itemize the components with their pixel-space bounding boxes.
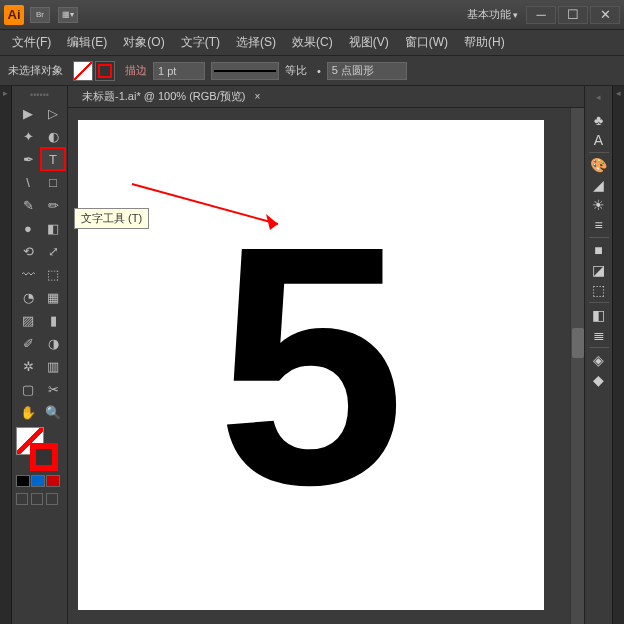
tool-lasso[interactable]: ◐: [41, 125, 65, 147]
tool-perspective[interactable]: ▦: [41, 286, 65, 308]
tool-slice[interactable]: ✂: [41, 378, 65, 400]
panel-icon-12[interactable]: ◆: [589, 370, 609, 390]
tool-width[interactable]: 〰: [16, 263, 40, 285]
tool-gradient[interactable]: ▮: [41, 309, 65, 331]
tool-magic-wand[interactable]: ✦: [16, 125, 40, 147]
tool-selection[interactable]: ▶: [16, 102, 40, 124]
menu-select[interactable]: 选择(S): [230, 32, 282, 53]
artboard[interactable]: 5 文字工具 (T): [78, 120, 544, 610]
menu-effect[interactable]: 效果(C): [286, 32, 339, 53]
right-dock-strip[interactable]: ◂: [612, 86, 624, 624]
bridge-button[interactable]: Br: [30, 7, 50, 23]
tool-mesh[interactable]: ▨: [16, 309, 40, 331]
control-bar: 未选择对象 描边 等比 •: [0, 56, 624, 86]
maximize-button[interactable]: ☐: [558, 6, 588, 24]
stroke-style-dropdown[interactable]: [211, 62, 279, 80]
tool-pencil[interactable]: ✏: [41, 194, 65, 216]
color-mode-none[interactable]: [46, 475, 60, 487]
tool-free-transform[interactable]: ⬚: [41, 263, 65, 285]
menubar: 文件(F) 编辑(E) 对象(O) 文字(T) 选择(S) 效果(C) 视图(V…: [0, 30, 624, 56]
panel-icon-3[interactable]: ◢: [589, 175, 609, 195]
fill-stroke-control[interactable]: [16, 427, 64, 471]
selection-status: 未选择对象: [8, 63, 63, 78]
panel-icon-9[interactable]: ◧: [589, 305, 609, 325]
screen-modes: [16, 493, 63, 505]
color-mode-gradient[interactable]: [31, 475, 45, 487]
document-tab-close[interactable]: ×: [254, 91, 260, 102]
tool-line[interactable]: \: [16, 171, 40, 193]
document-tab[interactable]: 未标题-1.ai* @ 100% (RGB/预览) ×: [76, 87, 266, 106]
panel-icon-4[interactable]: ☀: [589, 195, 609, 215]
tool-blob[interactable]: ●: [16, 217, 40, 239]
tool-tooltip: 文字工具 (T): [74, 208, 149, 229]
right-panel-dock: ◂ ♣A🎨◢☀≡■◪⬚◧≣◈◆: [584, 86, 612, 624]
draw-inside[interactable]: [46, 493, 58, 505]
tool-pen[interactable]: ✒: [16, 148, 40, 170]
stroke-weight-input[interactable]: [153, 62, 205, 80]
tool-direct-selection[interactable]: ▷: [41, 102, 65, 124]
uniform-label[interactable]: 等比: [285, 63, 307, 78]
tool-rotate[interactable]: ⟲: [16, 240, 40, 262]
menu-object[interactable]: 对象(O): [117, 32, 170, 53]
panel-icon-6[interactable]: ■: [589, 240, 609, 260]
stroke-label: 描边: [125, 63, 147, 78]
tool-shape-builder[interactable]: ◔: [16, 286, 40, 308]
stroke-swatch[interactable]: [95, 61, 115, 81]
app-logo: Ai: [4, 5, 24, 25]
titlebar: Ai Br ▦▾ 基本功能▾ ─ ☐ ✕: [0, 0, 624, 30]
menu-window[interactable]: 窗口(W): [399, 32, 454, 53]
tool-symbol-sprayer[interactable]: ✲: [16, 355, 40, 377]
tool-scale[interactable]: ⤢: [41, 240, 65, 262]
panel-icon-7[interactable]: ◪: [589, 260, 609, 280]
color-mode-solid[interactable]: [16, 475, 30, 487]
panel-icon-11[interactable]: ◈: [589, 350, 609, 370]
tool-column-graph[interactable]: ▥: [41, 355, 65, 377]
fill-swatch[interactable]: [73, 61, 93, 81]
panel-icon-0[interactable]: ♣: [589, 110, 609, 130]
toolbox: •••••• ▶▷✦◐✒T\□✎✏●◧⟲⤢〰⬚◔▦▨▮✐◑✲▥▢✂✋🔍: [12, 86, 68, 624]
menu-edit[interactable]: 编辑(E): [61, 32, 113, 53]
document-tab-label: 未标题-1.ai* @ 100% (RGB/预览): [82, 90, 245, 102]
tool-eyedropper[interactable]: ✐: [16, 332, 40, 354]
tool-paintbrush[interactable]: ✎: [16, 194, 40, 216]
scrollbar-thumb[interactable]: [572, 328, 584, 358]
close-button[interactable]: ✕: [590, 6, 620, 24]
tool-hand[interactable]: ✋: [16, 401, 40, 423]
tool-eraser[interactable]: ◧: [41, 217, 65, 239]
draw-normal[interactable]: [16, 493, 28, 505]
draw-behind[interactable]: [31, 493, 43, 505]
color-mode-row: [16, 475, 63, 487]
tool-blend[interactable]: ◑: [41, 332, 65, 354]
stroke-color[interactable]: [30, 443, 58, 471]
panel-icon-10[interactable]: ≣: [589, 325, 609, 345]
left-dock-strip[interactable]: ▸: [0, 86, 12, 624]
tool-rectangle[interactable]: □: [41, 171, 65, 193]
panel-icon-2[interactable]: 🎨: [589, 155, 609, 175]
width-profile-dropdown[interactable]: [327, 62, 407, 80]
tool-zoom[interactable]: 🔍: [41, 401, 65, 423]
arrange-docs-button[interactable]: ▦▾: [58, 7, 78, 23]
panel-icon-1[interactable]: A: [589, 130, 609, 150]
menu-file[interactable]: 文件(F): [6, 32, 57, 53]
menu-help[interactable]: 帮助(H): [458, 32, 511, 53]
document-tabs: 未标题-1.ai* @ 100% (RGB/预览) ×: [68, 86, 584, 108]
panel-icon-8[interactable]: ⬚: [589, 280, 609, 300]
panel-icon-5[interactable]: ≡: [589, 215, 609, 235]
vertical-scrollbar[interactable]: [570, 108, 584, 624]
menu-type[interactable]: 文字(T): [175, 32, 226, 53]
tool-type[interactable]: T: [41, 148, 65, 170]
workspace-switcher[interactable]: 基本功能▾: [467, 7, 518, 22]
tool-artboard[interactable]: ▢: [16, 378, 40, 400]
minimize-button[interactable]: ─: [526, 6, 556, 24]
menu-view[interactable]: 视图(V): [343, 32, 395, 53]
canvas-text-object[interactable]: 5: [216, 170, 405, 561]
